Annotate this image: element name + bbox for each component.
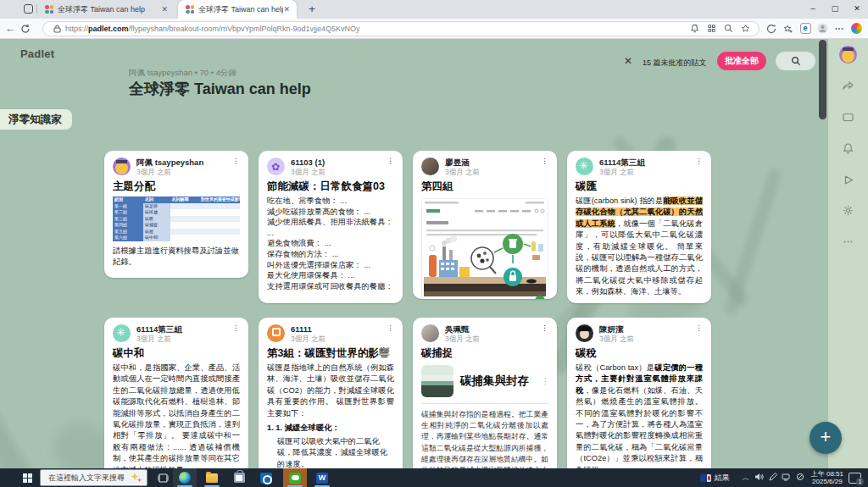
post-title: 節能減碳：日常飲食篇03	[267, 180, 394, 193]
post-card[interactable]: 阿佩 tsaypeyshan3個月 之前 ⋮ 主題分配 組別名詞名詞解釋對世界的…	[104, 151, 248, 278]
more-menu-icon[interactable]	[831, 22, 848, 36]
post-menu-icon[interactable]: ⋮	[232, 158, 240, 165]
minimize-button[interactable]: –	[802, 0, 824, 19]
play-icon[interactable]	[842, 174, 854, 186]
post-author: 吳珮甄	[445, 324, 541, 334]
post-menu-icon[interactable]: ⋮	[695, 158, 703, 165]
format-icon[interactable]	[842, 111, 854, 124]
back-icon[interactable]: ←	[0, 22, 20, 35]
favorite-star-icon[interactable]	[737, 22, 754, 36]
post-menu-icon[interactable]: ⋮	[541, 158, 548, 165]
avatar	[421, 324, 439, 342]
apps-grid-icon[interactable]	[703, 22, 720, 36]
post-menu-icon[interactable]: ⋮	[232, 324, 240, 332]
bell-icon[interactable]	[686, 22, 703, 36]
taskbar-explorer-button[interactable]	[200, 468, 224, 487]
tab-actions-icon[interactable]	[24, 4, 33, 14]
profile-icon[interactable]	[814, 22, 831, 36]
browser-tab-1[interactable]: 全球淨零 Taiwan can help ✕	[39, 0, 175, 19]
news-widget-icon[interactable]	[700, 474, 711, 482]
post-title: 碳捕捉	[421, 347, 548, 360]
post-author: 廖昱涵	[445, 158, 541, 167]
tab-close-icon[interactable]: ✕	[161, 5, 168, 14]
volume-icon[interactable]	[754, 473, 765, 483]
search-placeholder: 在這裡輸入文字來搜尋	[48, 473, 125, 484]
system-tray: 結果 ︿ 上午 08:51 2025/6/29 1	[700, 468, 866, 487]
padlet-favicon	[45, 5, 53, 14]
embedded-webpage-image[interactable]	[421, 198, 548, 299]
screen: 全球淨零 Taiwan can help ✕ 全球淨零 Taiwan can h…	[0, 0, 868, 487]
edge-essentials-icon[interactable]: e	[797, 22, 814, 36]
address-bar[interactable]: https://padlet.com/flypeyshan/breakout-r…	[42, 21, 760, 36]
taskbar-outlook-button[interactable]	[254, 468, 278, 487]
share-icon[interactable]	[842, 80, 854, 92]
task-view-button[interactable]	[151, 468, 175, 487]
hidden-icons-chevron[interactable]: ︿	[740, 473, 752, 484]
close-button[interactable]: ✕	[846, 0, 868, 19]
pen-icon[interactable]	[767, 473, 779, 483]
browser-tab-2-active[interactable]: 全球淨零 Taiwan can help ✕	[178, 0, 297, 19]
padlet-logo[interactable]: Padlet	[20, 47, 54, 60]
post-card[interactable]: ✳ 61114第三組3個月 之前 ⋮ 碳中和 碳中和，是指國家、企業、產品、活動…	[104, 318, 248, 468]
post-title: 碳匯	[576, 180, 703, 193]
network-icon[interactable]	[781, 473, 793, 483]
copilot-icon[interactable]	[848, 22, 865, 36]
post-card[interactable]: 611113個月 之前 ⋮ 第3組：碳匯對世界的影響 碳匯是指地球上的自然系統（…	[259, 318, 403, 468]
board-search-button[interactable]	[776, 52, 815, 70]
post-time: 3個月 之前	[599, 335, 695, 343]
tab-close-icon[interactable]: ✕	[283, 5, 290, 14]
taskbar-clock[interactable]: 上午 08:51 2025/6/29	[811, 470, 843, 485]
copilot-sparkle-icon	[130, 472, 143, 484]
lock-icon[interactable]	[48, 22, 65, 36]
post-body: 碳匯(carbon sink) 指的是能吸收並儲存碳化合物（尤其二氧化碳）的天然…	[576, 196, 703, 298]
zoom-icon[interactable]	[720, 22, 737, 36]
post-menu-icon[interactable]: ⋮	[387, 158, 394, 165]
post-menu-icon[interactable]: ⋮	[541, 324, 548, 332]
board-sidebar	[828, 39, 868, 468]
post-time: 3個月 之前	[445, 168, 541, 176]
taskbar-word-button[interactable]: W	[310, 468, 334, 487]
taskbar-store-button[interactable]	[227, 468, 251, 487]
start-button[interactable]	[17, 468, 37, 487]
notification-center-icon[interactable]: 1	[849, 473, 861, 484]
post-title: 第3組：碳匯對世界的影響	[267, 347, 394, 360]
board-meta: 阿佩 tsaypeyshan • 70 • 4分鐘	[129, 68, 236, 79]
scrollbar-thumb[interactable]	[819, 40, 826, 119]
post-card[interactable]: 吳珮甄3個月 之前 ⋮ 碳捕捉 碳捕集與封存 ⋮ 碳捕集與封存指的是種過程。把工…	[413, 318, 557, 468]
link-preview[interactable]: 碳捕集與封存 ⋮ 碳捕集與封存指的是種過程。把工業產生相對純淨的二氧化碳分離後加…	[421, 365, 548, 468]
avatar	[576, 324, 593, 342]
link-menu-icon[interactable]: ⋮	[542, 378, 548, 385]
tab-title: 全球淨零 Taiwan can help	[198, 4, 283, 15]
browser-update-icon[interactable]	[763, 22, 780, 36]
gear-icon[interactable]	[842, 204, 854, 217]
taskbar-line-button[interactable]	[283, 468, 307, 487]
post-time: 3個月 之前	[291, 335, 387, 343]
user-avatar[interactable]	[839, 46, 857, 64]
status-icon[interactable]	[794, 473, 806, 483]
post-author: 阿佩 tsaypeyshan	[136, 158, 232, 167]
toolbar-right-icons: e	[763, 22, 865, 36]
approve-all-button[interactable]: 批准全部	[717, 52, 766, 70]
more-icon[interactable]	[842, 235, 854, 248]
post-card[interactable]: 廖昱涵3個月 之前 ⋮ 第四組	[413, 151, 557, 299]
add-post-button[interactable]: +	[810, 422, 842, 454]
post-card[interactable]: 陳妍潔3個月 之前 ⋮ 碳稅 碳稅（Carbon tax）是碳定價的一種方式，主…	[567, 318, 711, 468]
avatar	[113, 158, 131, 175]
post-author: 61111	[291, 324, 387, 334]
maximize-button[interactable]: ▢	[824, 0, 846, 19]
post-menu-icon[interactable]: ⋮	[387, 324, 394, 332]
bell-icon[interactable]	[842, 142, 854, 155]
news-widget-label[interactable]: 結果	[715, 473, 730, 484]
post-menu-icon[interactable]: ⋮	[695, 324, 703, 332]
post-card[interactable]: ✳ 61114第三組3個月 之前 ⋮ 碳匯 碳匯(carbon sink) 指的…	[567, 151, 711, 303]
refresh-icon[interactable]	[20, 24, 41, 34]
new-tab-button[interactable]: +	[305, 3, 319, 16]
taskbar-edge-button[interactable]	[173, 468, 197, 487]
post-author: 61114第三組	[136, 324, 232, 334]
post-card[interactable]: ✿ 61103 (1)3個月 之前 ⋮ 節能減碳：日常飲食篇03 吃在地、當季食…	[259, 151, 403, 303]
taskbar-search[interactable]: 在這裡輸入文字來搜尋	[40, 469, 147, 486]
moderation-close-icon[interactable]: ✕	[624, 55, 632, 67]
post-time: 3個月 之前	[136, 168, 232, 176]
favorites-collection-icon[interactable]	[780, 22, 797, 36]
post-body: 碳匯是指地球上的自然系統（例如森林、海洋、土壤）吸收並儲存二氧化碳（CO2）的能…	[267, 362, 394, 419]
